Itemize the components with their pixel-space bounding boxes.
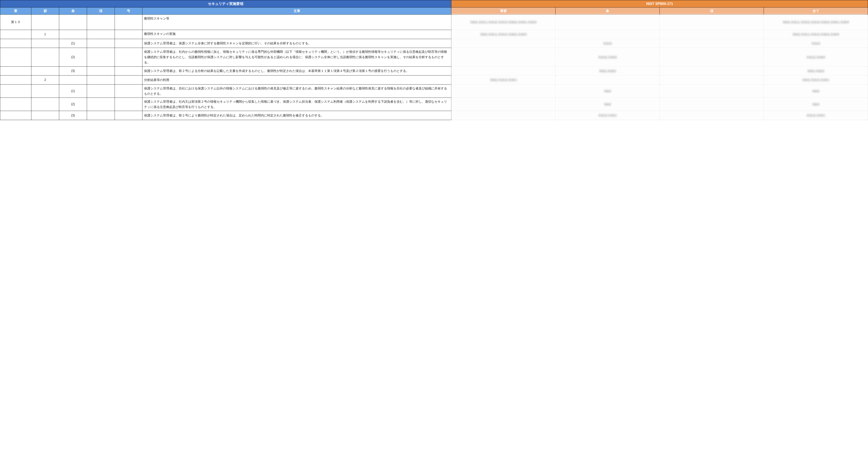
- cell-map-jo: [556, 14, 660, 30]
- cell-map-jo: 3.11.2, 3.14.3: [556, 48, 660, 67]
- col-kou: 項: [87, 7, 115, 14]
- table-body: 第１０ 脆弱性スキャン等 3.6.2, 3.11.1, 3.11.2, 3.11…: [0, 14, 868, 120]
- cell-kou: [87, 39, 115, 48]
- cell-gou: [115, 98, 143, 111]
- cell-text: 保護システム管理者は、社内からの脆弱性情報に加え、情報セキュリティに係る専門的な…: [143, 48, 452, 67]
- cell-sho: [0, 30, 31, 39]
- cell-map-shosetsu: 3.6.2, 3.11.1, 3.11.2, 3.11.3, 3.12.2, 3…: [452, 14, 556, 30]
- cell-map-shosetsu: [452, 98, 556, 111]
- cell-map-all: 3.6.2: [764, 85, 868, 98]
- cell-jo: [59, 75, 87, 85]
- cell-map-kou: [660, 30, 764, 39]
- cell-map-kou: [660, 75, 764, 85]
- cell-jo: (1): [59, 85, 87, 98]
- cell-kou: [87, 75, 115, 85]
- cell-text: 脆弱性スキャンの実施: [143, 30, 452, 39]
- cell-kou: [87, 30, 115, 39]
- cell-map-kou: [660, 14, 764, 30]
- cell-gou: [115, 75, 143, 85]
- table-row: (1) 保護システム管理者は、保護システム全体に対する脆弱性スキャンを定期的に行…: [0, 39, 868, 48]
- cell-setsu: [31, 85, 59, 98]
- cell-jo: (2): [59, 98, 87, 111]
- table-row: ２ 分析結果等の利用 3.6.2, 3.11.3, 3.14.1 3.6.2, …: [0, 75, 868, 85]
- cell-kou: [87, 85, 115, 98]
- cell-jo: [59, 30, 87, 39]
- cell-jo: [59, 14, 87, 30]
- cell-text: 保護システム管理者は、自社における保護システム以外の情報システムにおける脆弱性の…: [143, 85, 452, 98]
- table-row: (3) 保護システム管理者は、前２号による分析の結果を記載した文書を作成するもの…: [0, 66, 868, 75]
- cell-map-kou: [660, 48, 764, 67]
- cell-map-kou: [660, 98, 764, 111]
- cell-map-shosetsu: 3.6.2, 3.11.3, 3.14.1: [452, 75, 556, 85]
- cell-map-shosetsu: [452, 66, 556, 75]
- cell-setsu: [31, 98, 59, 111]
- cell-text: 脆弱性スキャン等: [143, 14, 452, 30]
- col-text: 文章: [143, 7, 452, 14]
- cell-map-jo: 3.11.3, 3.14.1: [556, 111, 660, 120]
- col-map-shosetsu: 章節: [452, 7, 556, 14]
- cell-kou: [87, 48, 115, 67]
- cell-sho: 第１０: [0, 14, 31, 30]
- cell-kou: [87, 14, 115, 30]
- cell-map-kou: [660, 111, 764, 120]
- cell-map-kou: [660, 39, 764, 48]
- cell-gou: [115, 66, 143, 75]
- col-map-kou: 項: [660, 7, 764, 14]
- cell-map-all: 3.6.2, 3.12.2: [764, 66, 868, 75]
- cell-text: 分析結果等の利用: [143, 75, 452, 85]
- cell-text: 保護システム管理者は、前２号による分析の結果を記載した文書を作成するものとし、脆…: [143, 66, 452, 75]
- table-row: １ 脆弱性スキャンの実施 3.6.2, 3.11.1, 3.11.2, 3.12…: [0, 30, 868, 39]
- cell-map-all: 3.11.3, 3.14.1: [764, 111, 868, 120]
- cell-setsu: ２: [31, 75, 59, 85]
- cell-gou: [115, 111, 143, 120]
- col-sho: 章: [0, 7, 31, 14]
- cell-kou: [87, 66, 115, 75]
- cell-setsu: １: [31, 30, 59, 39]
- cell-gou: [115, 30, 143, 39]
- cell-sho: [0, 111, 31, 120]
- cell-map-shosetsu: [452, 85, 556, 98]
- cell-setsu: [31, 14, 59, 30]
- cell-jo: (3): [59, 111, 87, 120]
- col-setsu: 節: [31, 7, 59, 14]
- cell-text: 保護システム管理者は、保護システム全体に対する脆弱性スキャンを定期的に行い、その…: [143, 39, 452, 48]
- cell-map-shosetsu: [452, 111, 556, 120]
- cell-map-all: 3.11.2, 3.14.3: [764, 48, 868, 67]
- compliance-mapping-table: セキュリティ実施要領 NIST SP800-171 章 節 条 項 号 文章 章…: [0, 0, 868, 120]
- cell-setsu: [31, 66, 59, 75]
- cell-map-jo: 3.6.2, 3.12.2: [556, 66, 660, 75]
- cell-map-shosetsu: [452, 48, 556, 67]
- cell-map-all: 3.6.2, 3.11.1, 3.11.2, 3.12.2, 3.14.3: [764, 30, 868, 39]
- col-map-jo: 条: [556, 7, 660, 14]
- cell-text: 保護システム管理者は、前２号により脆弱性が特定された場合は、定められた時間内に特…: [143, 111, 452, 120]
- document-root: セキュリティ実施要領 NIST SP800-171 章 節 条 項 号 文章 章…: [0, 0, 868, 120]
- cell-gou: [115, 48, 143, 67]
- cell-sho: [0, 98, 31, 111]
- col-map-all: 全て: [764, 7, 868, 14]
- cell-setsu: [31, 111, 59, 120]
- table-row: (1) 保護システム管理者は、自社における保護システム以外の情報システムにおける…: [0, 85, 868, 98]
- cell-map-kou: [660, 85, 764, 98]
- header-nist-title: NIST SP800-171: [452, 0, 868, 7]
- cell-sho: [0, 85, 31, 98]
- cell-sho: [0, 39, 31, 48]
- cell-map-all: 3.11.2: [764, 39, 868, 48]
- cell-map-all: 3.6.2, 3.11.1, 3.11.2, 3.11.3, 3.12.2, 3…: [764, 14, 868, 30]
- cell-gou: [115, 85, 143, 98]
- cell-jo: (2): [59, 48, 87, 67]
- col-gou: 号: [115, 7, 143, 14]
- table-row: (2) 保護システム管理者は、社内からの脆弱性情報に加え、情報セキュリティに係る…: [0, 48, 868, 67]
- cell-map-all: 3.6.2, 3.11.3, 3.14.1: [764, 75, 868, 85]
- cell-map-jo: 3.11.2: [556, 39, 660, 48]
- col-jo: 条: [59, 7, 87, 14]
- table-row: (3) 保護システム管理者は、前２号により脆弱性が特定された場合は、定められた時…: [0, 111, 868, 120]
- cell-jo: (1): [59, 39, 87, 48]
- header-security-title: セキュリティ実施要領: [0, 0, 452, 7]
- cell-map-jo: 3.6.2: [556, 85, 660, 98]
- cell-map-all: 3.6.2: [764, 98, 868, 111]
- cell-map-jo: [556, 75, 660, 85]
- cell-text: 保護システム管理者は、社内又は前項第２号の情報セキュリティ機関から収集した情報に…: [143, 98, 452, 111]
- cell-map-shosetsu: [452, 39, 556, 48]
- cell-map-jo: 3.6.2: [556, 98, 660, 111]
- cell-kou: [87, 111, 115, 120]
